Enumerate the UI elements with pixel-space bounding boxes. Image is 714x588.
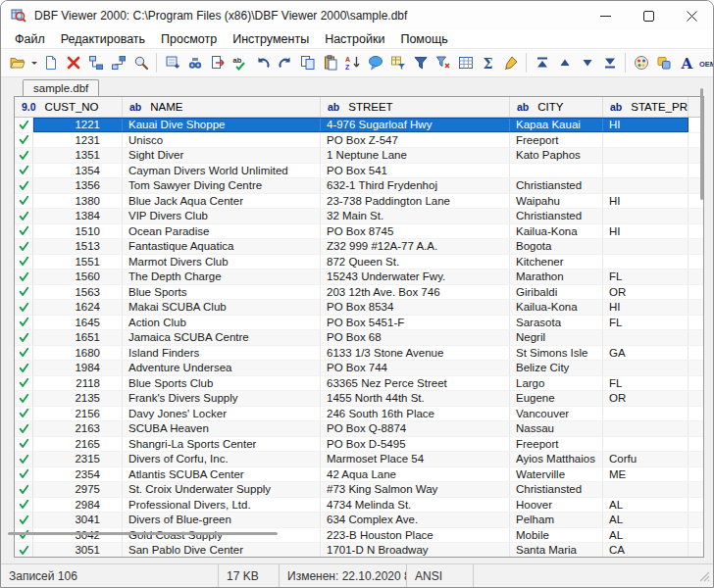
row-status-cell[interactable]: [15, 239, 33, 254]
cell[interactable]: Eugene: [510, 391, 603, 406]
table-row[interactable]: 1680Island Finders6133 1/3 Stone AvenueS…: [15, 346, 703, 362]
table-row[interactable]: 2165Shangri-La Sports CenterPO Box D-549…: [15, 437, 703, 453]
row-status-cell[interactable]: [15, 437, 33, 452]
cell[interactable]: PO Box Q-8874: [321, 421, 510, 436]
structure-button[interactable]: [84, 51, 107, 74]
cell[interactable]: HI: [603, 300, 688, 315]
cell[interactable]: St. Croix Underwater Supply: [123, 482, 321, 497]
cell[interactable]: Professional Divers, Ltd.: [123, 498, 321, 513]
cell[interactable]: 2165: [33, 437, 123, 452]
find-button[interactable]: [183, 51, 206, 74]
table-row[interactable]: 1351Sight Diver1 Neptune LaneKato Paphos: [15, 148, 703, 164]
cell[interactable]: 23-738 Paddington Lane: [321, 194, 510, 209]
cell[interactable]: 6133 1/3 Stone Avenue: [321, 346, 510, 361]
table-row[interactable]: 1645Action ClubPO Box 5451-FSarasotaFL: [15, 316, 703, 331]
cell[interactable]: 2135: [33, 391, 123, 406]
cell[interactable]: 1384: [33, 209, 123, 223]
cell[interactable]: Blue Jack Aqua Center: [123, 194, 321, 209]
cell[interactable]: OR: [603, 391, 688, 406]
row-status-cell[interactable]: [15, 178, 33, 193]
pack-table-button[interactable]: [107, 51, 129, 74]
search-button[interactable]: [129, 51, 152, 74]
row-status-cell[interactable]: [15, 467, 33, 482]
cell[interactable]: 1351: [33, 148, 123, 163]
row-status-cell[interactable]: [15, 513, 33, 527]
menu-item-edit[interactable]: Редактировать: [53, 32, 153, 46]
cell[interactable]: Sight Diver: [123, 148, 321, 163]
row-status-cell[interactable]: [15, 361, 33, 375]
undo-button[interactable]: [251, 51, 274, 74]
cell[interactable]: AL: [603, 498, 688, 513]
row-status-cell[interactable]: [15, 407, 33, 421]
table-row[interactable]: 2156Davy Jones' Locker246 South 16th Pla…: [15, 407, 703, 422]
table-row[interactable]: 1221Kauai Dive Shoppe4-976 Sugarloaf Hwy…: [15, 118, 703, 133]
table-row[interactable]: 1513Fantastique AquaticaZ32 999 #12A-77 …: [15, 239, 703, 255]
cell[interactable]: St Simons Isle: [510, 346, 603, 361]
table-row[interactable]: 1560The Depth Charge15243 Underwater Fwy…: [15, 270, 703, 285]
table-row[interactable]: 2163SCUBA HeavenPO Box Q-8874Nassau: [15, 421, 703, 437]
cell[interactable]: 223-B Houston Place: [321, 528, 510, 543]
cell[interactable]: [603, 178, 688, 193]
cell[interactable]: 1231: [33, 133, 123, 148]
table-row[interactable]: 2135Frank's Divers Supply1455 North 44th…: [15, 391, 703, 407]
row-status-cell[interactable]: [15, 209, 33, 223]
cell[interactable]: Kitchener: [510, 255, 603, 270]
comment-button[interactable]: [364, 51, 386, 74]
cell[interactable]: 1380: [33, 194, 123, 209]
cell[interactable]: FL: [603, 270, 688, 284]
row-status-cell[interactable]: [15, 164, 33, 178]
prior-record-button[interactable]: [553, 51, 576, 74]
redo-button[interactable]: [274, 51, 296, 74]
cell[interactable]: Unisco: [123, 133, 321, 148]
cell[interactable]: FL: [603, 376, 688, 391]
cell[interactable]: [603, 421, 688, 436]
cell[interactable]: PO Box 8745: [321, 224, 510, 239]
cell[interactable]: 1221: [33, 118, 123, 132]
row-status-cell[interactable]: [15, 482, 33, 497]
cell[interactable]: [603, 209, 688, 223]
cell[interactable]: [603, 361, 688, 375]
cell[interactable]: Fantastique Aquatica: [123, 239, 321, 254]
menu-item-file[interactable]: Файл: [7, 32, 53, 46]
cell[interactable]: 32 Main St.: [321, 209, 510, 223]
skins-button[interactable]: [652, 51, 675, 74]
first-record-button[interactable]: [531, 51, 553, 74]
cell[interactable]: [603, 133, 688, 148]
row-status-cell[interactable]: [15, 285, 33, 300]
row-status-cell[interactable]: [15, 543, 33, 558]
table-row[interactable]: 3051San Pablo Dive Center1701-D N Broadw…: [15, 543, 703, 558]
cell[interactable]: 1680: [33, 346, 123, 361]
cell[interactable]: FL: [603, 316, 688, 330]
menu-item-view[interactable]: Просмотр: [153, 32, 225, 46]
cell[interactable]: Tom Sawyer Diving Centre: [123, 178, 321, 193]
cell[interactable]: GA: [603, 346, 688, 361]
row-status-cell[interactable]: [15, 376, 33, 391]
cell[interactable]: HI: [603, 224, 688, 239]
cell[interactable]: 2975: [33, 482, 123, 497]
menu-item-tools[interactable]: Инструменты: [225, 32, 317, 46]
row-status-cell[interactable]: [15, 270, 33, 284]
cell[interactable]: 872 Queen St.: [321, 255, 510, 270]
cell[interactable]: Waterville: [510, 467, 603, 482]
cell[interactable]: 1560: [33, 270, 123, 284]
table-row[interactable]: 1380Blue Jack Aqua Center23-738 Paddingt…: [15, 194, 703, 210]
cell[interactable]: Sarasota: [510, 316, 603, 330]
last-record-button[interactable]: [598, 51, 621, 74]
cell[interactable]: PO Box 8534: [321, 300, 510, 315]
cell[interactable]: HI: [603, 194, 688, 209]
cell[interactable]: AL: [603, 513, 688, 527]
cell[interactable]: 2118: [33, 376, 123, 391]
vertical-scrollbar[interactable]: [700, 88, 703, 200]
cell[interactable]: Divers of Corfu, Inc.: [123, 452, 321, 466]
cell[interactable]: PO Box 541: [321, 164, 510, 178]
row-status-cell[interactable]: [15, 316, 33, 330]
close-button[interactable]: [670, 1, 713, 30]
clear-filter-button[interactable]: [432, 51, 454, 74]
cell[interactable]: PO Box 744: [321, 361, 510, 375]
cell[interactable]: 2354: [33, 467, 123, 482]
cell[interactable]: 634 Complex Ave.: [321, 513, 510, 527]
cell[interactable]: Kailua-Kona: [510, 300, 603, 315]
cell[interactable]: 1651: [33, 330, 123, 345]
cell[interactable]: 4-976 Sugarloaf Hwy: [321, 118, 510, 132]
cell[interactable]: OR: [603, 285, 688, 300]
